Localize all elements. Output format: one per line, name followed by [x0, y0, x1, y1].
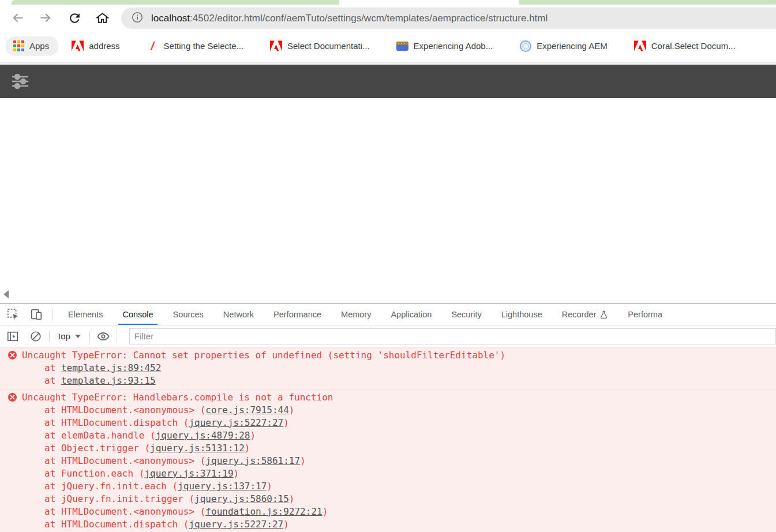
stack-frame: at jQuery.fn.init.each (jquery.js:137:17…: [0, 480, 771, 493]
stack-frame: at HTMLDocument.dispatch (jquery.js:5227…: [0, 417, 771, 429]
bookmark-item[interactable]: Select Documentati...: [270, 40, 370, 52]
stack-frame: at Function.each (jquery.js:371:19): [0, 467, 771, 480]
source-link[interactable]: foundation.js:9272:21: [205, 506, 322, 517]
separator: [89, 331, 90, 342]
devtools-tab-performa[interactable]: Performa: [618, 304, 672, 325]
forward-icon[interactable]: [36, 8, 55, 28]
tab-label: Performa: [628, 310, 662, 319]
scrollbar-left-arrow-icon[interactable]: [3, 290, 9, 298]
bookmark-label: Experiencing AEM: [537, 41, 608, 51]
console-error-row: Uncaught TypeError: Cannot set propertie…: [0, 347, 776, 389]
source-link[interactable]: jquery.js:371:19: [144, 468, 233, 479]
apps-label: Apps: [29, 41, 49, 51]
tab-label: Recorder: [562, 310, 597, 319]
device-toolbar-icon[interactable]: [29, 307, 44, 322]
separator: [117, 331, 117, 342]
console-error-row: Uncaught TypeError: Handlebars.compile i…: [0, 389, 776, 532]
adobe-icon: [270, 40, 282, 52]
stack-frame: at jQuery.fn.init.trigger (jquery.js:586…: [0, 493, 771, 505]
separator: [49, 331, 50, 342]
sliders-icon[interactable]: [10, 73, 30, 92]
inspect-element-icon[interactable]: [6, 307, 21, 322]
devtools-tabs: ElementsConsoleSourcesNetworkPerformance…: [58, 304, 672, 325]
stack-frame: at elemData.handle (jquery.js:4879:28): [0, 429, 771, 442]
source-link[interactable]: template.js:89:452: [61, 362, 161, 373]
tab-label: Elements: [68, 310, 103, 319]
tab-strip-segment: [12, 0, 339, 5]
bookmark-label: Coral.Select Docum...: [651, 41, 736, 51]
devtools-tab-security[interactable]: Security: [441, 304, 491, 325]
browser-tab-strip: [0, 0, 776, 5]
show-console-sidebar-icon[interactable]: [5, 329, 21, 344]
context-label: top: [58, 331, 70, 341]
source-link[interactable]: jquery.js:5860:15: [194, 493, 289, 504]
bookmark-item[interactable]: Experiencing Adob...: [396, 40, 493, 52]
filter-input[interactable]: [130, 331, 775, 341]
bookmarks-bar: Apps address/Setting the Selecte...Selec…: [0, 32, 776, 60]
tab-label: Network: [223, 310, 254, 319]
devtools-panel: ElementsConsoleSourcesNetworkPerformance…: [0, 303, 776, 532]
eye-icon[interactable]: [95, 329, 111, 344]
tab-label: Lighthouse: [501, 310, 542, 319]
devtools-tab-performance[interactable]: Performance: [264, 304, 331, 325]
stack-frame: at HTMLDocument.<anonymous> (jquery.js:5…: [0, 455, 771, 467]
stack-frame: at Object.trigger (jquery.js:5131:12): [0, 442, 771, 455]
stack-frame: at template.js:93:15: [0, 374, 771, 387]
error-icon: [8, 351, 17, 359]
adobe-icon: [634, 40, 646, 52]
devtools-tab-application[interactable]: Application: [381, 304, 441, 325]
devtools-tab-memory[interactable]: Memory: [331, 304, 381, 325]
error-message: Uncaught TypeError: Cannot set propertie…: [22, 349, 505, 362]
aem-editor-toolbar: [0, 65, 776, 98]
stack-frame: at HTMLDocument.<anonymous> (foundation.…: [0, 505, 771, 518]
devtools-tab-lighthouse[interactable]: Lighthouse: [492, 304, 552, 325]
bookmark-item[interactable]: Coral.Select Docum...: [634, 40, 736, 52]
source-link[interactable]: jquery.js:4879:28: [156, 430, 250, 441]
flask-icon: [599, 310, 608, 319]
devtools-tab-sources[interactable]: Sources: [163, 304, 213, 325]
apps-button[interactable]: Apps: [6, 36, 58, 56]
address-bar[interactable]: localhost:4502/editor.html/conf/aemTuto/…: [121, 8, 776, 29]
source-link[interactable]: jquery.js:5227:27: [189, 417, 283, 428]
stack-frame: at HTMLDocument.dispatch (jquery.js:5227…: [0, 518, 771, 531]
bookmark-item[interactable]: Experiencing AEM: [519, 40, 608, 52]
bookmark-label: Setting the Selecte...: [164, 41, 243, 51]
js-context-selector[interactable]: top: [55, 331, 84, 341]
bookmark-item[interactable]: address: [72, 40, 119, 52]
blue-ring-favicon-icon: [519, 40, 531, 52]
bookmark-item[interactable]: /Setting the Selecte...: [147, 40, 243, 52]
tab-strip-segment: [519, 0, 776, 5]
back-icon[interactable]: [8, 8, 28, 28]
folder-favicon-icon: [396, 40, 408, 52]
home-icon[interactable]: [92, 8, 112, 28]
bookmark-label: address: [89, 41, 119, 51]
tab-label: Performance: [273, 310, 321, 319]
url-text: localhost:4502/editor.html/conf/aemTuto/…: [151, 13, 548, 24]
source-link[interactable]: template.js:93:15: [61, 375, 156, 386]
browser-window: localhost:4502/editor.html/conf/aemTuto/…: [0, 0, 776, 532]
reload-icon[interactable]: [65, 8, 84, 28]
chevron-down-icon: [75, 335, 81, 338]
error-message: Uncaught TypeError: Handlebars.compile i…: [22, 391, 333, 404]
source-link[interactable]: jquery.js:5131:12: [150, 443, 245, 454]
clear-console-icon[interactable]: [28, 329, 44, 344]
url-path: :4502/editor.html/conf/aemTuto/settings/…: [190, 13, 548, 24]
devtools-tab-console[interactable]: Console: [113, 304, 163, 325]
source-link[interactable]: core.js:7915:44: [205, 404, 289, 415]
tab-label: Memory: [341, 310, 371, 319]
console-filter[interactable]: [129, 328, 776, 344]
devtools-tab-recorder[interactable]: Recorder: [552, 304, 618, 325]
source-link[interactable]: jquery.js:137:17: [178, 481, 267, 492]
devtools-tab-network[interactable]: Network: [213, 304, 264, 325]
bookmark-label: Select Documentati...: [287, 41, 370, 51]
source-link[interactable]: jquery.js:5861:17: [205, 455, 300, 466]
adobe-icon: [72, 40, 84, 52]
devtools-tab-elements[interactable]: Elements: [58, 304, 113, 325]
tab-label: Console: [122, 310, 153, 319]
browser-toolbar: localhost:4502/editor.html/conf/aemTuto/…: [0, 5, 776, 32]
bookmark-label: Experiencing Adob...: [414, 41, 493, 51]
page-info-icon[interactable]: [131, 11, 144, 26]
tab-label: Sources: [173, 310, 204, 319]
page-top-border: [0, 62, 776, 63]
source-link[interactable]: jquery.js:5227:27: [189, 519, 283, 530]
